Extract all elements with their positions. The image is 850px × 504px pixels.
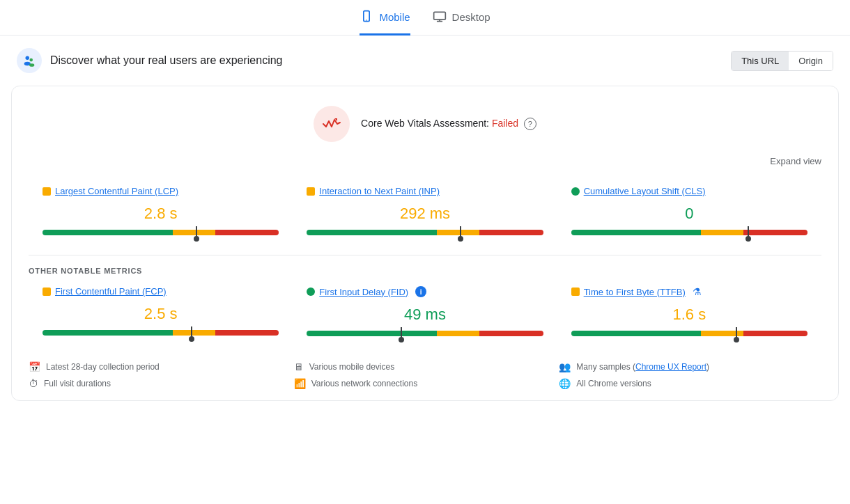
lcp-bar-orange	[173, 230, 215, 235]
chrome-ux-report-link[interactable]: Chrome UX Report	[635, 362, 706, 372]
ttfb-bar-orange	[701, 331, 743, 336]
assessment-header: Core Web Vitals Assessment: Failed ?	[12, 86, 838, 156]
timer-icon: ⏱	[29, 378, 38, 389]
fid-bar-orange	[437, 331, 479, 336]
network-icon: 📶	[294, 378, 306, 389]
tab-desktop[interactable]: Desktop	[433, 10, 490, 36]
lcp-value: 2.8 s	[42, 205, 279, 223]
avatar	[17, 48, 42, 73]
core-metrics-grid: Largest Contentful Paint (LCP) 2.8 s Int…	[12, 175, 838, 249]
metric-cls: Cumulative Layout Shift (CLS) 0	[557, 175, 821, 249]
inp-bar-green	[307, 230, 437, 235]
lcp-bar	[42, 230, 279, 235]
ttfb-bar-red	[743, 331, 808, 336]
cls-label[interactable]: Cumulative Layout Shift (CLS)	[584, 186, 706, 196]
fid-label-row: First Input Delay (FID) i	[307, 286, 543, 297]
fid-dot	[307, 288, 315, 296]
lcp-marker	[196, 226, 197, 239]
lcp-dot	[42, 187, 51, 196]
desktop-icon	[433, 10, 447, 24]
cls-bar-green	[571, 230, 702, 235]
footer-chrome-versions: 🌐 All Chrome versions	[559, 378, 821, 389]
chrome-icon: 🌐	[559, 378, 571, 389]
fid-value: 49 ms	[307, 306, 543, 324]
footer-samples: 👥 Many samples (Chrome UX Report)	[559, 361, 821, 372]
footer-full-visit: ⏱ Full visit durations	[29, 378, 291, 389]
svg-point-1	[366, 19, 368, 21]
tab-desktop-label: Desktop	[452, 11, 490, 23]
inp-label-row: Interaction to Next Paint (INP)	[307, 186, 543, 196]
page-title: Discover what your real users are experi…	[50, 54, 282, 67]
fcp-bar-orange	[173, 330, 215, 336]
fcp-dot	[42, 288, 51, 296]
cls-bar-red	[743, 230, 808, 235]
assessment-title-text: Core Web Vitals Assessment:	[361, 118, 489, 129]
cls-bar	[571, 230, 808, 235]
fcp-label-row: First Contentful Paint (FCP)	[42, 286, 279, 297]
fid-info-icon[interactable]: i	[415, 286, 426, 297]
users-icon: 👥	[559, 361, 571, 372]
expand-view[interactable]: Expand view	[12, 156, 838, 175]
metric-lcp: Largest Contentful Paint (LCP) 2.8 s	[29, 175, 293, 249]
inp-marker	[460, 226, 461, 239]
fid-marker	[401, 327, 402, 340]
fcp-bar-green	[42, 330, 173, 336]
fcp-value: 2.5 s	[42, 305, 279, 323]
fid-bar-red	[479, 331, 543, 336]
footer-network: 📶 Various network connections	[294, 378, 557, 389]
origin-button[interactable]: Origin	[789, 52, 833, 70]
ttfb-flask-icon: ⚗	[693, 286, 702, 297]
footer-col-3: 👥 Many samples (Chrome UX Report) 🌐 All …	[559, 361, 821, 389]
assessment-info-icon[interactable]: ?	[524, 118, 536, 130]
tab-bar: Mobile Desktop	[0, 0, 850, 36]
header-section: Discover what your real users are experi…	[0, 36, 850, 86]
section-divider	[29, 255, 821, 255]
svg-point-3	[26, 56, 30, 61]
assessment-status: Failed	[492, 118, 518, 129]
footer-collection-period: 📅 Latest 28-day collection period	[29, 361, 291, 372]
ttfb-bar	[571, 331, 808, 336]
inp-bar	[307, 230, 543, 235]
assessment-icon	[314, 106, 350, 142]
ttfb-label[interactable]: Time to First Byte (TTFB)	[584, 287, 686, 297]
metric-inp: Interaction to Next Paint (INP) 292 ms	[293, 175, 557, 249]
cls-value: 0	[571, 205, 808, 223]
ttfb-value: 1.6 s	[571, 306, 808, 324]
metric-fid: First Input Delay (FID) i 49 ms	[293, 275, 557, 350]
footer-col-2: 🖥 Various mobile devices 📶 Various netwo…	[294, 361, 557, 389]
fid-bar	[307, 331, 543, 336]
tab-mobile-label: Mobile	[379, 11, 410, 23]
assessment-title-row: Core Web Vitals Assessment: Failed ?	[361, 118, 536, 130]
ttfb-marker	[736, 327, 737, 340]
footer-grid: 📅 Latest 28-day collection period ⏱ Full…	[12, 350, 838, 389]
metric-fcp: First Contentful Paint (FCP) 2.5 s	[29, 275, 293, 350]
header-left: Discover what your real users are experi…	[17, 48, 282, 73]
url-origin-toggle: This URL Origin	[731, 51, 833, 71]
inp-dot	[307, 187, 315, 196]
svg-point-6	[29, 63, 34, 67]
metric-ttfb: Time to First Byte (TTFB) ⚗ 1.6 s	[557, 275, 821, 350]
other-metrics-label: OTHER NOTABLE METRICS	[12, 267, 838, 275]
inp-label[interactable]: Interaction to Next Paint (INP)	[319, 186, 440, 196]
footer-mobile-devices: 🖥 Various mobile devices	[294, 361, 557, 372]
ttfb-label-row: Time to First Byte (TTFB) ⚗	[571, 286, 808, 297]
cls-bar-orange	[701, 230, 743, 235]
inp-bar-red	[479, 230, 543, 235]
cls-dot	[571, 187, 580, 196]
fid-label[interactable]: First Input Delay (FID)	[319, 287, 408, 297]
tab-mobile[interactable]: Mobile	[360, 10, 410, 36]
lcp-label[interactable]: Largest Contentful Paint (LCP)	[55, 186, 178, 196]
this-url-button[interactable]: This URL	[732, 52, 789, 70]
mobile-icon	[360, 10, 373, 24]
cls-marker	[748, 226, 749, 239]
lcp-bar-green	[42, 230, 173, 235]
other-metrics-grid: First Contentful Paint (FCP) 2.5 s First…	[12, 275, 838, 350]
svg-point-4	[29, 58, 33, 62]
svg-rect-2	[433, 12, 445, 19]
footer-col-1: 📅 Latest 28-day collection period ⏱ Full…	[29, 361, 291, 389]
devices-icon: 🖥	[294, 361, 304, 372]
fcp-marker	[191, 326, 192, 339]
cls-label-row: Cumulative Layout Shift (CLS)	[571, 186, 808, 196]
ttfb-dot	[571, 288, 580, 296]
fcp-label[interactable]: First Contentful Paint (FCP)	[55, 286, 167, 297]
